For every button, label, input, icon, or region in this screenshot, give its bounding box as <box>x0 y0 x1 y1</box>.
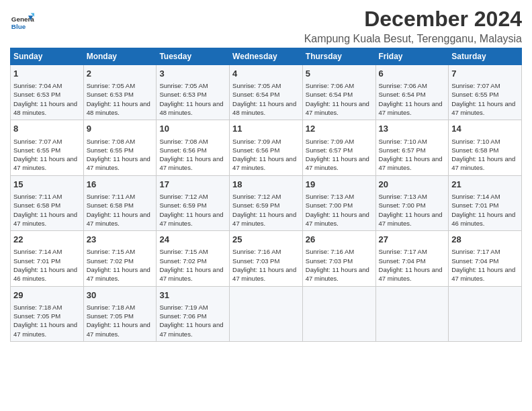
sunset-label: Sunset: 6:56 PM <box>159 146 206 154</box>
sunset-label: Sunset: 6:54 PM <box>379 91 426 98</box>
daylight-label: Daylight: 11 hours and 47 minutes. <box>306 211 369 227</box>
day-cell-13: 13Sunrise: 7:10 AMSunset: 6:57 PMDayligh… <box>375 120 449 175</box>
daylight-label: Daylight: 11 hours and 47 minutes. <box>451 100 515 116</box>
empty-cell <box>375 286 449 341</box>
header-day-thursday: Thursday <box>302 48 375 65</box>
sunrise-label: Sunrise: 7:16 AM <box>306 248 354 255</box>
sunset-label: Sunset: 7:06 PM <box>159 312 206 320</box>
sunrise-label: Sunrise: 7:15 AM <box>87 248 135 255</box>
sunset-label: Sunset: 7:02 PM <box>87 257 134 265</box>
daylight-label: Daylight: 11 hours and 47 minutes. <box>87 266 150 282</box>
header-day-saturday: Saturday <box>449 48 522 65</box>
day-cell-9: 9Sunrise: 7:08 AMSunset: 6:55 PMDaylight… <box>83 120 157 175</box>
day-cell-16: 16Sunrise: 7:11 AMSunset: 6:58 PMDayligh… <box>83 175 157 230</box>
daylight-label: Daylight: 11 hours and 47 minutes. <box>159 155 223 171</box>
daylight-label: Daylight: 11 hours and 47 minutes. <box>87 321 150 337</box>
day-cell-22: 22Sunrise: 7:14 AMSunset: 7:01 PMDayligh… <box>11 231 84 286</box>
day-number: 13 <box>379 123 446 135</box>
sunrise-label: Sunrise: 7:14 AM <box>451 193 500 200</box>
sunset-label: Sunset: 6:53 PM <box>159 91 206 98</box>
main-title: December 2024 <box>304 7 522 32</box>
daylight-label: Daylight: 11 hours and 47 minutes. <box>232 155 296 171</box>
daylight-label: Daylight: 11 hours and 47 minutes. <box>451 155 515 171</box>
sunrise-label: Sunrise: 7:14 AM <box>13 248 62 255</box>
day-number: 16 <box>87 179 154 191</box>
empty-cell <box>449 286 522 341</box>
day-number: 30 <box>87 289 154 302</box>
sunset-label: Sunset: 7:01 PM <box>13 257 60 265</box>
day-number: 20 <box>379 179 446 191</box>
sunrise-label: Sunrise: 7:12 AM <box>159 193 208 200</box>
week-row-3: 15Sunrise: 7:11 AMSunset: 6:58 PMDayligh… <box>11 175 522 230</box>
sunrise-label: Sunrise: 7:19 AM <box>159 304 208 311</box>
daylight-label: Daylight: 11 hours and 48 minutes. <box>13 100 77 116</box>
sunset-label: Sunset: 7:02 PM <box>159 257 206 265</box>
daylight-label: Daylight: 11 hours and 47 minutes. <box>13 155 77 171</box>
daylight-label: Daylight: 11 hours and 47 minutes. <box>13 321 77 337</box>
day-cell-10: 10Sunrise: 7:08 AMSunset: 6:56 PMDayligh… <box>157 120 230 175</box>
day-cell-27: 27Sunrise: 7:17 AMSunset: 7:04 PMDayligh… <box>375 231 449 286</box>
sunset-label: Sunset: 6:57 PM <box>306 146 353 154</box>
day-cell-6: 6Sunrise: 7:06 AMSunset: 6:54 PMDaylight… <box>375 65 449 120</box>
day-cell-30: 30Sunrise: 7:18 AMSunset: 7:05 PMDayligh… <box>83 286 157 341</box>
sunset-label: Sunset: 6:59 PM <box>159 201 206 209</box>
daylight-label: Daylight: 11 hours and 48 minutes. <box>232 100 296 116</box>
day-cell-15: 15Sunrise: 7:11 AMSunset: 6:58 PMDayligh… <box>11 175 84 230</box>
daylight-label: Daylight: 11 hours and 47 minutes. <box>306 155 369 171</box>
day-number: 29 <box>13 289 81 302</box>
daylight-label: Daylight: 11 hours and 47 minutes. <box>232 266 296 282</box>
sunset-label: Sunset: 6:58 PM <box>13 201 60 209</box>
day-number: 5 <box>306 68 373 80</box>
svg-text:Blue: Blue <box>11 23 26 30</box>
day-cell-11: 11Sunrise: 7:09 AMSunset: 6:56 PMDayligh… <box>230 120 303 175</box>
day-number: 14 <box>451 123 519 135</box>
header-row: SundayMondayTuesdayWednesdayThursdayFrid… <box>11 48 522 65</box>
sunrise-label: Sunrise: 7:06 AM <box>306 82 354 89</box>
daylight-label: Daylight: 11 hours and 46 minutes. <box>451 211 515 227</box>
sunrise-label: Sunrise: 7:18 AM <box>87 304 135 311</box>
sunset-label: Sunset: 6:55 PM <box>87 146 134 154</box>
daylight-label: Daylight: 11 hours and 46 minutes. <box>13 266 77 282</box>
day-number: 24 <box>159 234 226 246</box>
day-cell-17: 17Sunrise: 7:12 AMSunset: 6:59 PMDayligh… <box>157 175 230 230</box>
sunrise-label: Sunrise: 7:11 AM <box>87 193 135 200</box>
day-cell-28: 28Sunrise: 7:17 AMSunset: 7:04 PMDayligh… <box>449 231 522 286</box>
sunset-label: Sunset: 7:00 PM <box>306 201 353 209</box>
header: General Blue December 2024 Kampung Kuala… <box>10 7 522 45</box>
sunrise-label: Sunrise: 7:15 AM <box>159 248 208 255</box>
daylight-label: Daylight: 11 hours and 47 minutes. <box>306 100 369 116</box>
sunset-label: Sunset: 6:53 PM <box>13 91 60 98</box>
daylight-label: Daylight: 11 hours and 47 minutes. <box>232 211 296 227</box>
subtitle: Kampung Kuala Besut, Terengganu, Malaysi… <box>304 33 522 45</box>
sunrise-label: Sunrise: 7:12 AM <box>232 193 281 200</box>
sunrise-label: Sunrise: 7:11 AM <box>13 193 62 200</box>
sunset-label: Sunset: 6:54 PM <box>232 91 279 98</box>
sunset-label: Sunset: 6:58 PM <box>451 146 498 154</box>
day-cell-1: 1Sunrise: 7:04 AMSunset: 6:53 PMDaylight… <box>11 65 84 120</box>
sunrise-label: Sunrise: 7:06 AM <box>379 82 427 89</box>
sunrise-label: Sunrise: 7:07 AM <box>451 82 500 89</box>
daylight-label: Daylight: 11 hours and 47 minutes. <box>159 266 223 282</box>
day-cell-5: 5Sunrise: 7:06 AMSunset: 6:54 PMDaylight… <box>302 65 375 120</box>
sunset-label: Sunset: 7:01 PM <box>451 201 498 209</box>
day-cell-3: 3Sunrise: 7:05 AMSunset: 6:53 PMDaylight… <box>157 65 230 120</box>
daylight-label: Daylight: 11 hours and 47 minutes. <box>306 266 369 282</box>
daylight-label: Daylight: 11 hours and 47 minutes. <box>159 321 223 337</box>
sunrise-label: Sunrise: 7:04 AM <box>13 82 62 89</box>
sunset-label: Sunset: 7:05 PM <box>13 312 60 320</box>
sunrise-label: Sunrise: 7:05 AM <box>232 82 281 89</box>
sunrise-label: Sunrise: 7:13 AM <box>379 193 427 200</box>
sunrise-label: Sunrise: 7:10 AM <box>379 138 427 145</box>
sunset-label: Sunset: 7:03 PM <box>232 257 279 265</box>
day-number: 19 <box>306 179 373 191</box>
day-number: 17 <box>159 179 226 191</box>
day-number: 26 <box>306 234 373 246</box>
header-day-sunday: Sunday <box>11 48 84 65</box>
day-cell-21: 21Sunrise: 7:14 AMSunset: 7:01 PMDayligh… <box>449 175 522 230</box>
header-day-tuesday: Tuesday <box>157 48 230 65</box>
sunrise-label: Sunrise: 7:07 AM <box>13 138 62 145</box>
day-cell-12: 12Sunrise: 7:09 AMSunset: 6:57 PMDayligh… <box>302 120 375 175</box>
day-cell-23: 23Sunrise: 7:15 AMSunset: 7:02 PMDayligh… <box>83 231 157 286</box>
sunrise-label: Sunrise: 7:16 AM <box>232 248 281 255</box>
day-number: 31 <box>159 289 226 302</box>
